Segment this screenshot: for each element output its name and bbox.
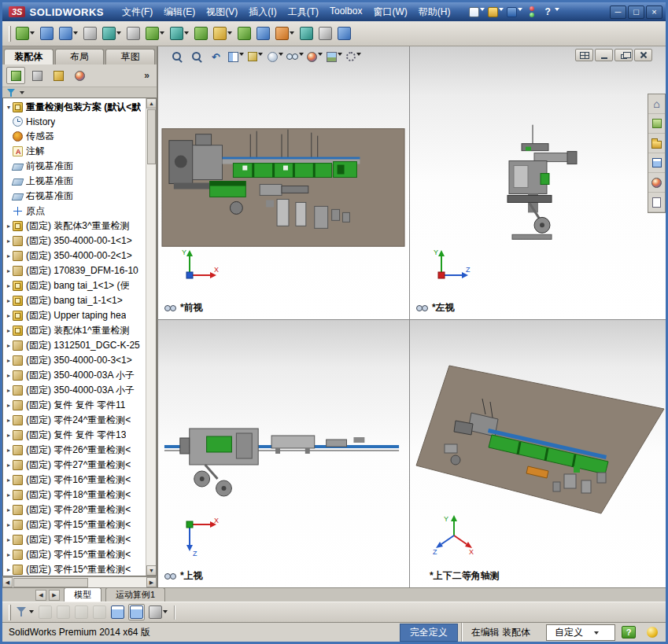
viewport-split-button[interactable] <box>575 49 593 61</box>
tree-item[interactable]: ▸ (固定) 装配体1^重量检测 <box>5 323 144 338</box>
explode-line-sketch-button[interactable] <box>256 26 271 41</box>
single-view-button[interactable] <box>110 605 125 620</box>
instant3d-button[interactable] <box>337 26 352 41</box>
viewport-left[interactable]: Y Z *左视 <box>410 46 666 320</box>
solidworks-resources-tab[interactable]: ⌂ <box>648 94 665 114</box>
expand-arrow-icon[interactable]: ▸ <box>5 252 13 259</box>
tree-item[interactable]: ▸ (固定) 复件 复件 零件11 <box>5 398 144 413</box>
view-settings-button[interactable] <box>345 49 363 64</box>
tree-item[interactable]: 传感器 <box>5 129 144 144</box>
section-view-button[interactable] <box>227 49 245 64</box>
expand-arrow-icon[interactable]: ▸ <box>5 447 13 454</box>
displaymanager-tab[interactable] <box>70 67 89 84</box>
quick-tip-ball-icon[interactable] <box>647 627 658 638</box>
assembly-features-button[interactable] <box>145 26 165 41</box>
featuremanager-tree-tab[interactable] <box>6 67 25 84</box>
dropdown-caret-icon[interactable] <box>239 53 244 58</box>
menu-item[interactable]: Toolbox <box>324 2 367 22</box>
show-hidden-components-button[interactable] <box>126 26 141 41</box>
custom-properties-tab[interactable] <box>648 193 665 212</box>
tree-item[interactable]: ▸ (固定) 350-4000-03A 小子 <box>5 368 144 383</box>
filter-funnel-icon[interactable] <box>6 88 17 98</box>
model-close-button[interactable] <box>634 49 652 61</box>
tree-item[interactable]: ▸ (固定) 零件15^重量检测< <box>5 532 144 547</box>
save-button[interactable] <box>506 6 523 18</box>
tree-item[interactable]: ▸ (固定) 零件26^重量检测< <box>5 443 144 458</box>
dropdown-caret-icon[interactable] <box>184 31 189 37</box>
tree-item[interactable]: ▸ (固定) 350-4000-00-3<1> <box>5 353 144 368</box>
tree-item[interactable]: ▸ (固定) 零件16^重量检测< <box>5 473 144 488</box>
viewport-front[interactable]: Y X *前视 <box>157 46 410 320</box>
expand-arrow-icon[interactable]: ▸ <box>5 536 13 543</box>
menu-item[interactable]: 编辑(E) <box>158 2 201 22</box>
open-document-button[interactable] <box>487 6 504 18</box>
dropdown-caret-icon[interactable] <box>160 31 164 37</box>
tree-item[interactable]: ▸ (固定) bang tai_1-1<1> <box>5 293 144 308</box>
tree-item[interactable]: ▸ (固定) 350-4000-00-2<1> <box>5 248 144 263</box>
expand-arrow-icon[interactable]: ▸ <box>5 223 13 230</box>
maximize-button[interactable]: □ <box>628 6 644 19</box>
tree-item[interactable]: ▸ (固定) bang tai_1<1> (便 <box>5 278 144 293</box>
tree-item[interactable]: ▸ (固定) 170839_DFM-16-10 <box>5 263 144 278</box>
zoom-to-fit-button[interactable] <box>168 49 186 64</box>
tree-item[interactable]: ▸ (固定) 复件 复件 零件13 <box>5 428 144 443</box>
new-document-button[interactable] <box>468 6 485 18</box>
dropdown-caret-icon[interactable] <box>318 53 323 58</box>
edit-appearance-button[interactable] <box>305 49 323 64</box>
scrollbar-thumb[interactable] <box>13 578 88 587</box>
move-component-button[interactable] <box>101 26 122 41</box>
toolbar-grip[interactable] <box>9 605 11 620</box>
scroll-down-button[interactable]: ▼ <box>146 565 157 576</box>
tree-item[interactable]: ▸ (固定) Upper taping hea <box>5 308 144 323</box>
dropdown-caret-icon[interactable] <box>594 631 599 637</box>
tab-layout[interactable]: 布局 <box>55 49 105 64</box>
dropdown-caret-icon[interactable] <box>258 53 263 58</box>
tree-item[interactable]: 前视基准面 <box>5 159 144 174</box>
menu-item[interactable]: 插入(I) <box>243 2 282 22</box>
tree-item[interactable]: ▸ (固定) 1312501_DGC-K-25 <box>5 338 144 353</box>
reference-geometry-button[interactable] <box>169 26 190 41</box>
new-motion-study-button[interactable] <box>194 26 209 41</box>
dropdown-caret-icon[interactable] <box>116 31 121 37</box>
model-restore-button[interactable] <box>614 49 633 61</box>
help-button[interactable]: ? <box>541 5 554 19</box>
tree-item[interactable]: ▸ (固定) 350-4000-00-1<1> <box>5 234 144 248</box>
filter-caret-icon[interactable] <box>20 91 24 97</box>
dropdown-caret-icon[interactable] <box>299 53 304 58</box>
dropdown-caret-icon[interactable] <box>227 31 232 37</box>
expand-arrow-icon[interactable]: ▸ <box>5 267 13 274</box>
interference-detection-button[interactable] <box>275 26 295 41</box>
configurationmanager-tab[interactable] <box>49 67 68 84</box>
smart-fasteners-button[interactable] <box>83 26 98 41</box>
mass-properties-button[interactable] <box>318 26 333 41</box>
tab-sketch[interactable]: 草图 <box>105 49 155 64</box>
expand-arrow-icon[interactable]: ▸ <box>5 237 13 245</box>
zoom-to-area-button[interactable] <box>187 49 205 64</box>
selection-filter-button[interactable] <box>14 605 35 620</box>
expand-arrow-icon[interactable]: ▸ <box>5 297 13 304</box>
view-orientation-button[interactable] <box>246 49 264 64</box>
dropdown-caret-icon[interactable] <box>480 8 485 13</box>
toolbar-grip[interactable] <box>9 26 11 42</box>
filter-edges-button[interactable] <box>56 605 71 620</box>
tab-scroll-left-button[interactable]: ◀ <box>35 590 46 601</box>
close-button[interactable]: × <box>646 6 662 19</box>
appearances-tab[interactable] <box>648 173 665 193</box>
quick-tips-button[interactable]: ? <box>622 626 636 638</box>
tree-item[interactable]: ▸ (固定) 零件24^重量检测< <box>5 413 144 428</box>
exploded-view-button[interactable] <box>237 26 252 41</box>
filter-vertices-button[interactable] <box>38 605 53 620</box>
tree-horizontal-scrollbar[interactable]: ◀ ▶ <box>2 576 157 587</box>
help-caret-icon[interactable] <box>555 8 559 13</box>
tree-item[interactable]: ▸ (固定) 零件15^重量检测< <box>5 547 144 562</box>
view-palette-tab[interactable] <box>648 153 665 173</box>
dropdown-caret-icon[interactable] <box>30 31 35 37</box>
expand-arrow-icon[interactable]: ▸ <box>5 477 13 484</box>
scroll-right-button[interactable]: ▶ <box>146 577 157 587</box>
dropdown-caret-icon[interactable] <box>279 53 283 58</box>
design-library-tab[interactable] <box>648 114 665 134</box>
clear-filters-button[interactable] <box>92 605 107 620</box>
expand-arrow-icon[interactable]: ▸ <box>5 372 13 379</box>
dropdown-caret-icon[interactable] <box>518 8 522 13</box>
expand-arrow-icon[interactable]: ▸ <box>5 491 13 499</box>
